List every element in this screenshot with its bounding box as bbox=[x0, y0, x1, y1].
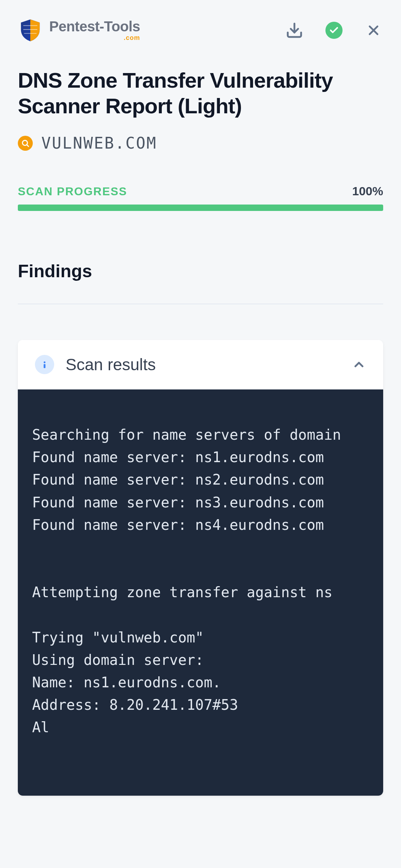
check-icon bbox=[329, 25, 339, 35]
status-success-badge bbox=[325, 22, 343, 39]
shield-icon bbox=[18, 18, 43, 43]
scan-results-header[interactable]: Scan results bbox=[18, 340, 383, 389]
progress-percent: 100% bbox=[352, 184, 383, 198]
page-title: DNS Zone Transfer Vulnerability Scanner … bbox=[18, 68, 383, 119]
brand-suffix: .com bbox=[49, 34, 140, 42]
brand-logo[interactable]: Pentest-Tools .com bbox=[18, 18, 140, 43]
top-actions bbox=[285, 21, 383, 40]
scan-results-terminal: Searching for name servers of domain Fou… bbox=[18, 389, 383, 796]
findings-heading: Findings bbox=[18, 261, 383, 281]
top-bar: Pentest-Tools .com bbox=[18, 18, 383, 43]
svg-rect-6 bbox=[44, 364, 46, 368]
scan-results-title: Scan results bbox=[66, 355, 340, 374]
progress-bar bbox=[18, 205, 383, 211]
brand-name: Pentest-Tools bbox=[49, 19, 140, 33]
target-host: VULNWEB.COM bbox=[41, 134, 157, 152]
info-glyph-icon bbox=[39, 359, 50, 370]
close-icon bbox=[366, 22, 381, 38]
target-icon bbox=[18, 136, 33, 151]
progress-row: SCAN PROGRESS 100% bbox=[18, 184, 383, 198]
download-icon bbox=[286, 21, 303, 39]
info-icon bbox=[35, 355, 54, 374]
close-button[interactable] bbox=[364, 21, 383, 40]
scan-results-card: Scan results Searching for name servers … bbox=[18, 340, 383, 796]
search-icon bbox=[21, 139, 30, 148]
download-button[interactable] bbox=[285, 21, 304, 40]
svg-point-5 bbox=[44, 361, 46, 363]
section-divider bbox=[18, 304, 383, 304]
progress-label: SCAN PROGRESS bbox=[18, 185, 127, 198]
chevron-up-icon bbox=[352, 357, 366, 372]
target-row: VULNWEB.COM bbox=[18, 134, 383, 152]
svg-line-4 bbox=[27, 145, 29, 146]
